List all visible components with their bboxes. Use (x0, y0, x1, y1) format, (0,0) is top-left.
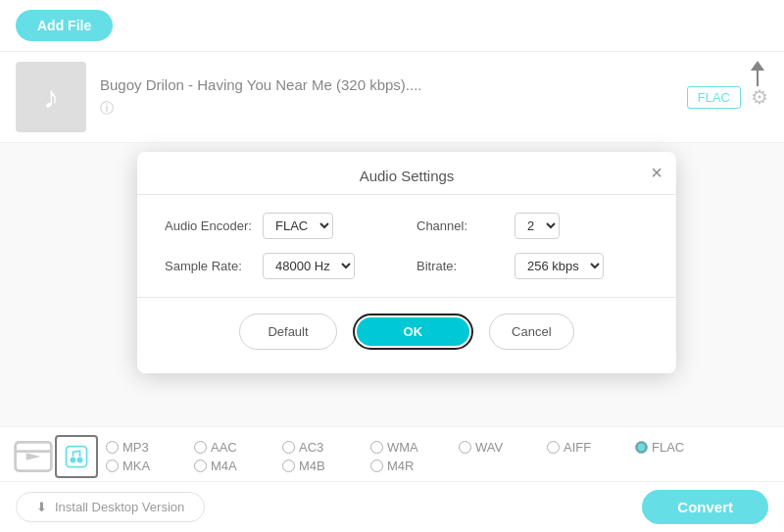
sample-rate-field: Sample Rate: 48000 Hz 44100 Hz 22050 Hz (165, 253, 397, 279)
audio-encoder-select[interactable]: FLAC MP3 AAC (263, 213, 333, 239)
ok-button[interactable]: OK (357, 317, 470, 346)
modal-separator (137, 297, 676, 298)
bitrate-label: Bitrate: (416, 259, 505, 273)
sample-rate-select[interactable]: 48000 Hz 44100 Hz 22050 Hz (263, 253, 355, 279)
channel-label: Channel: (416, 218, 505, 233)
channel-field: Channel: 2 1 (416, 213, 649, 239)
audio-encoder-label: Audio Encoder: (165, 218, 253, 233)
channel-select[interactable]: 2 1 (514, 213, 560, 239)
modal-close-button[interactable]: × (651, 162, 662, 184)
modal-buttons: Default OK Cancel (137, 314, 676, 350)
audio-encoder-field: Audio Encoder: FLAC MP3 AAC (165, 213, 397, 239)
ok-button-wrapper: OK (353, 314, 474, 350)
default-button[interactable]: Default (239, 314, 336, 350)
sample-rate-label: Sample Rate: (165, 259, 253, 273)
modal-fields: Audio Encoder: FLAC MP3 AAC Channel: 2 1… (137, 213, 676, 279)
cancel-button[interactable]: Cancel (489, 314, 573, 350)
audio-settings-modal: × Audio Settings Audio Encoder: FLAC MP3… (137, 152, 676, 373)
bitrate-select[interactable]: 256 kbps 128 kbps 320 kbps (514, 253, 604, 279)
modal-title: Audio Settings (137, 152, 676, 195)
bitrate-field: Bitrate: 256 kbps 128 kbps 320 kbps (416, 253, 649, 279)
